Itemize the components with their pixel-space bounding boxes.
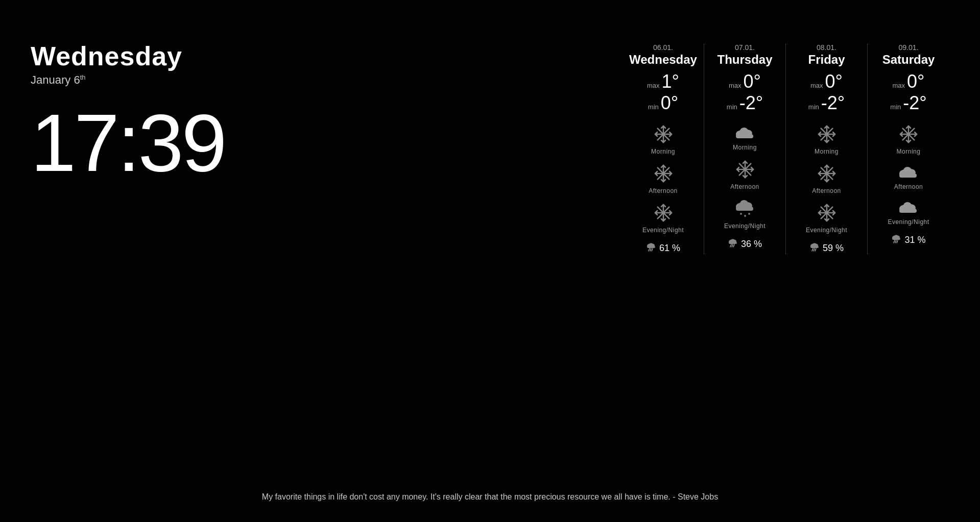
weather-day-0: 06.01. Wednesday max 1° min 0° xyxy=(623,43,704,255)
morning-icon-0 xyxy=(653,124,674,147)
weather-section: 06.01. Wednesday max 1° min 0° xyxy=(623,43,949,255)
day-name: Wednesday xyxy=(31,41,225,71)
svg-point-63 xyxy=(740,213,742,215)
precip-val-1: 36 % xyxy=(741,239,762,250)
svg-point-65 xyxy=(748,213,750,215)
svg-line-142 xyxy=(897,240,898,243)
precip-val-3: 31 % xyxy=(904,235,925,245)
temp-min-0: min 0° xyxy=(648,92,678,114)
svg-line-71 xyxy=(732,244,733,247)
afternoon-period-3: Afternoon xyxy=(873,160,944,193)
weather-day-2: 08.01. Friday max 0° min -2° xyxy=(786,43,868,255)
precip-icon-3 xyxy=(891,234,901,246)
svg-line-115 xyxy=(815,248,816,251)
morning-period-3: Morning xyxy=(873,121,944,158)
day-label-0: Wednesday xyxy=(629,53,697,67)
svg-line-41 xyxy=(650,248,651,251)
morning-label-3: Morning xyxy=(897,148,921,155)
morning-label-1: Morning xyxy=(733,144,757,151)
afternoon-icon-3 xyxy=(897,163,920,182)
weather-periods-0: Morning Afternoon xyxy=(628,121,699,237)
svg-point-61 xyxy=(740,200,748,207)
evening-period-2: Evening/Night xyxy=(791,200,862,237)
morning-icon-1 xyxy=(734,124,756,143)
morning-period-1: Morning xyxy=(709,121,780,154)
afternoon-icon-2 xyxy=(817,163,837,186)
afternoon-period-0: Afternoon xyxy=(628,160,699,197)
morning-label-0: Morning xyxy=(651,148,675,155)
evening-icon-2 xyxy=(817,203,837,226)
afternoon-label-1: Afternoon xyxy=(730,183,759,190)
temp-max-1: max 0° xyxy=(729,71,761,92)
weather-periods-1: Morning Afternoon xyxy=(709,121,780,233)
morning-icon-3 xyxy=(898,124,919,147)
evening-icon-3 xyxy=(897,198,920,217)
weather-periods-3: Morning Afternoon Evening/Night xyxy=(873,121,944,229)
svg-point-134 xyxy=(903,202,912,209)
clock-section: Wednesday January 6th 17:39 xyxy=(31,41,225,184)
svg-line-114 xyxy=(814,248,815,251)
weather-day-3: 09.01. Saturday max 0° min -2° xyxy=(868,43,949,255)
precip-val-0: 61 % xyxy=(659,243,680,254)
morning-period-0: Morning xyxy=(628,121,699,158)
weather-day-1: 07.01. Thursday max 0° min -2° Morning xyxy=(704,43,786,255)
precip-row-0: 61 % xyxy=(646,242,680,255)
temp-max-2: max 0° xyxy=(810,71,843,92)
precip-icon-1 xyxy=(728,238,738,251)
evening-label-1: Evening/Night xyxy=(724,222,766,230)
afternoon-icon-0 xyxy=(653,163,674,186)
quote-text: My favorite things in life don't cost an… xyxy=(262,492,718,501)
temp-range-1: max 0° min -2° xyxy=(727,71,763,114)
temp-max-3: max 0° xyxy=(893,71,925,92)
svg-line-72 xyxy=(733,244,734,247)
svg-rect-62 xyxy=(736,207,753,211)
time-display: 17:39 xyxy=(31,102,225,184)
temp-min-3: min -2° xyxy=(890,92,926,114)
day-date-3: 09.01. xyxy=(899,43,919,52)
date-text: January 6 xyxy=(31,73,80,86)
date-sup: th xyxy=(80,73,86,81)
svg-point-45 xyxy=(740,128,748,135)
precip-val-2: 59 % xyxy=(823,243,844,254)
svg-line-113 xyxy=(812,248,813,251)
temp-min-1: min -2° xyxy=(727,92,763,114)
svg-rect-139 xyxy=(892,238,900,240)
day-date-0: 06.01. xyxy=(653,43,673,52)
temp-max-0: max 1° xyxy=(647,71,679,92)
precip-row-2: 59 % xyxy=(809,242,844,255)
svg-line-140 xyxy=(894,240,895,243)
afternoon-period-2: Afternoon xyxy=(791,160,862,197)
svg-rect-112 xyxy=(810,246,819,248)
day-label-2: Friday xyxy=(808,53,845,67)
svg-point-130 xyxy=(903,167,912,174)
svg-rect-46 xyxy=(736,134,753,138)
evening-label-3: Evening/Night xyxy=(888,218,929,226)
svg-line-141 xyxy=(895,240,896,243)
afternoon-label-0: Afternoon xyxy=(649,187,678,194)
evening-label-0: Evening/Night xyxy=(642,227,684,234)
afternoon-label-3: Afternoon xyxy=(894,183,923,190)
svg-line-70 xyxy=(730,244,731,247)
evening-period-3: Evening/Night xyxy=(873,195,944,229)
precip-icon-0 xyxy=(646,242,656,255)
temp-range-2: max 0° min -2° xyxy=(808,71,845,114)
svg-rect-69 xyxy=(729,242,737,244)
weather-periods-2: Morning Afternoon xyxy=(791,121,862,237)
morning-label-2: Morning xyxy=(815,148,839,155)
morning-period-2: Morning xyxy=(791,121,862,158)
evening-label-2: Evening/Night xyxy=(806,227,847,234)
date-line: January 6th xyxy=(31,73,225,87)
temp-min-2: min -2° xyxy=(808,92,845,114)
evening-icon-0 xyxy=(653,203,674,226)
svg-rect-39 xyxy=(647,246,655,248)
evening-icon-1 xyxy=(734,198,756,221)
evening-period-1: Evening/Night xyxy=(709,195,780,233)
svg-line-42 xyxy=(652,248,653,251)
precip-row-3: 31 % xyxy=(891,234,925,246)
svg-point-64 xyxy=(744,215,746,217)
day-label-3: Saturday xyxy=(882,53,935,67)
afternoon-icon-1 xyxy=(735,159,755,182)
evening-period-0: Evening/Night xyxy=(628,200,699,237)
svg-rect-135 xyxy=(899,209,917,213)
afternoon-label-2: Afternoon xyxy=(812,187,841,194)
